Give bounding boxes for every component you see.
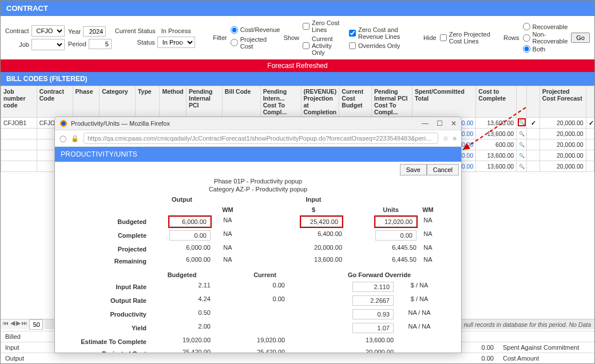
job-select[interactable]	[31, 39, 65, 50]
hide-zero-projected-chk[interactable]	[440, 34, 447, 41]
current-status-value: In Process	[158, 27, 191, 34]
col-proj-fc[interactable]: Projected Cost Forecast	[540, 86, 586, 118]
budgeted-input[interactable]: 25,420.00	[301, 217, 342, 227]
status-label: Status	[115, 39, 155, 46]
show-zero-cost-chk[interactable]	[303, 23, 310, 30]
minimize-icon[interactable]: —	[422, 119, 429, 127]
budgeted-wm1: NA	[211, 217, 245, 227]
proj-cost-label: Projected Cost	[62, 349, 153, 353]
etc-current: 19,020.00	[245, 337, 285, 345]
col-pend-cost[interactable]: Pending Intern... Cost To Compl...	[260, 86, 301, 118]
col-method[interactable]: Method	[160, 86, 187, 118]
search-icon[interactable]: 🔍	[518, 118, 526, 126]
rows-opt3-label: Both	[533, 46, 546, 53]
col-job[interactable]: Job number code	[1, 86, 37, 118]
filter-cost-revenue-radio[interactable]	[231, 26, 238, 34]
nav-page-input[interactable]	[29, 319, 43, 330]
filter-bar: Contract CFJOB1 Job Year Period Current …	[1, 16, 594, 59]
col-check2	[586, 86, 594, 118]
col-check	[527, 86, 540, 118]
budgeted-col-header: Budgeted	[153, 271, 211, 278]
rows-opt2-label: Non-Recoverable	[533, 31, 568, 45]
projected-label: Projected	[62, 244, 153, 253]
remaining-input: 13,600.00	[285, 256, 342, 265]
spent-commit-val: 0.00	[464, 342, 498, 353]
bookmark-icon[interactable]: ☆	[443, 135, 449, 142]
etc-override: 13,600.00	[342, 337, 394, 345]
maximize-icon[interactable]: ☐	[437, 119, 443, 127]
col-type[interactable]: Type	[135, 86, 160, 118]
remaining-wm1: NA	[211, 256, 245, 265]
productivity-override[interactable]: 0.93	[352, 309, 394, 319]
rows-nonrecoverable-radio[interactable]	[523, 34, 530, 42]
output-rate-override[interactable]: 2.2667	[352, 295, 394, 306]
filter-projected-cost-radio[interactable]	[231, 39, 238, 46]
yield-override[interactable]: 1.07	[352, 323, 394, 333]
complete-input: 6,400.00	[285, 230, 342, 241]
show-zero-cost-revenue-chk[interactable]	[349, 30, 356, 37]
col-ctc[interactable]: Cost to Complete	[476, 86, 517, 118]
remaining-units: 6,445.50	[365, 256, 416, 265]
close-icon[interactable]: ✕	[451, 119, 457, 127]
projected-output: 6,000.00	[153, 244, 211, 253]
rows-both-radio[interactable]	[523, 45, 530, 53]
url-input[interactable]: https://qa.cmicpaas.com/cmicqadaily/JcCo…	[84, 133, 438, 144]
rows-recoverable-radio[interactable]	[523, 23, 530, 30]
budgeted-output[interactable]: 6,000.00	[169, 217, 211, 227]
col-pend-pci[interactable]: Pending Internal PCI	[187, 86, 223, 118]
col-pend-pci-cost[interactable]: Pending Internal PCI Cost To Compl...	[372, 86, 412, 118]
menu-icon[interactable]: ≡	[453, 135, 457, 142]
col-rev-proj[interactable]: (REVENUE) Projection at Completion	[301, 86, 339, 118]
dollar-header: $	[285, 206, 342, 213]
col-cur-bud[interactable]: Current Cost Budget	[339, 86, 372, 118]
nav-prev-icon[interactable]: ◀	[10, 319, 15, 330]
hide-label: Hide	[423, 34, 437, 41]
complete-wm2: NA	[416, 230, 439, 241]
col-phase[interactable]: Phase	[73, 86, 100, 118]
etc-budgeted: 19,020.00	[153, 337, 211, 345]
nav-next-icon[interactable]: ▶	[16, 319, 21, 330]
shield-icon[interactable]: ◯	[60, 135, 66, 142]
etc-label: Estimate To Complete	[62, 337, 153, 345]
col-spent[interactable]: Spent/Committed Total	[412, 86, 475, 118]
budgeted-units[interactable]: 12,020.00	[375, 217, 416, 227]
popup-titlebar[interactable]: Productivity/Units — Mozilla Firefox — ☐…	[55, 117, 461, 130]
show-opt3-label: Zero Cost and Revenue Lines	[358, 26, 409, 40]
filter-label: Filter	[213, 34, 227, 41]
complete-output[interactable]: 0.00	[169, 230, 211, 241]
popup-window-title: Productivity/Units — Mozilla Firefox	[71, 120, 170, 127]
job-label: Job	[5, 41, 29, 48]
projected-units: 6,445.50	[365, 244, 416, 253]
input-rate-override[interactable]: 2.110	[352, 282, 394, 292]
complete-units[interactable]: 0.00	[375, 230, 416, 241]
col-billcode[interactable]: Bill Code	[222, 86, 260, 118]
status-select[interactable]: In Process	[157, 37, 195, 48]
popup-cancel-button[interactable]: Cancel	[427, 164, 459, 175]
billcodes-header: BILL CODES (FILTERED)	[1, 72, 594, 86]
proj-cost-current: 25,420.00	[245, 349, 285, 353]
col-category[interactable]: Category	[100, 86, 136, 118]
yield-label: Yield	[62, 323, 153, 333]
contract-select[interactable]: CFJOB1	[31, 25, 65, 37]
cost-amount-label: Cost Amount	[498, 353, 595, 363]
year-input[interactable]	[83, 26, 106, 37]
wm1-header: WM	[211, 206, 245, 213]
nav-last-icon[interactable]: ⏭	[22, 319, 28, 330]
go-button[interactable]: Go	[571, 33, 590, 43]
yield-wm: NA / NA	[394, 323, 445, 333]
units-header: Units	[365, 206, 416, 213]
show-current-activity-chk[interactable]	[303, 42, 310, 49]
show-overrides-chk[interactable]	[349, 42, 356, 49]
complete-wm1: NA	[211, 230, 245, 241]
override-col-header: Go Forward Override	[342, 271, 416, 278]
popup-save-button[interactable]: Save	[400, 164, 427, 175]
category-line: Category AZ-P - Productivity popup	[62, 186, 454, 193]
filter-opt1-label: Cost/Revenue	[240, 26, 280, 33]
output-label: Output	[1, 353, 54, 363]
phase-line: Phase 01P - Productivity popup	[62, 178, 454, 185]
nav-first-icon[interactable]: ⏮	[3, 319, 9, 330]
lock-icon[interactable]: 🔒	[71, 135, 79, 142]
period-input[interactable]	[89, 39, 112, 49]
col-contract[interactable]: Contract Code	[37, 86, 73, 118]
budgeted-wm2: NA	[416, 217, 439, 227]
